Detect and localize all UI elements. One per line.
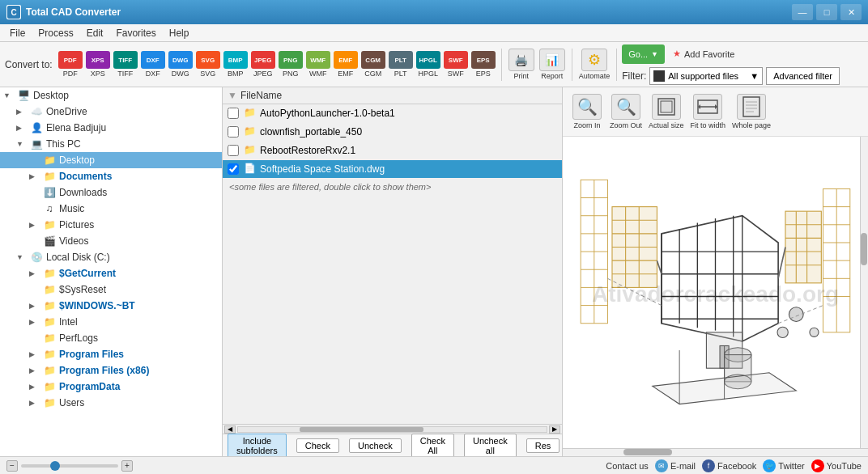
tree-item-sysreset[interactable]: 📁 $SysReset: [0, 281, 222, 298]
maximize-button[interactable]: □: [816, 4, 837, 20]
tree-item-pictures[interactable]: ▶ 📁 Pictures: [0, 217, 222, 233]
youtube-link[interactable]: ▶ YouTube: [811, 459, 862, 472]
tree-item-programfiles[interactable]: ▶ 📁 Program Files: [0, 346, 222, 362]
format-cgm[interactable]: CGM CGM: [360, 51, 386, 78]
print-button[interactable]: 🖨️ Print: [507, 47, 536, 82]
tree-item-documents[interactable]: ▶ 📁 Documents: [0, 168, 222, 184]
file-checkbox[interactable]: [228, 163, 239, 175]
scroll-left-button[interactable]: ◀: [224, 425, 236, 434]
go-button[interactable]: Go... ▼: [622, 44, 665, 64]
tree-item-downloads[interactable]: ⬇️ Downloads: [0, 184, 222, 201]
preview-scroll-thumb-h[interactable]: [623, 449, 672, 455]
format-bmp[interactable]: BMP BMP: [223, 51, 249, 78]
check-all-button[interactable]: Check All: [411, 434, 454, 457]
tree-label: Users: [59, 397, 84, 408]
format-dxf[interactable]: DXF DXF: [140, 51, 166, 78]
format-jpeg[interactable]: JPEG JPEG: [250, 51, 276, 78]
file-list-panel[interactable]: ▼ FileName 📁 AutoPythonLauncher-1.0-beta…: [223, 87, 563, 456]
zoom-decrease-button[interactable]: −: [6, 460, 18, 472]
tree-item-programfiles86[interactable]: ▶ 📁 Program Files (x86): [0, 362, 222, 379]
res-button[interactable]: Res: [526, 438, 560, 453]
file-row[interactable]: 📁 AutoPythonLauncher-1.0-beta1: [223, 104, 562, 123]
format-svg[interactable]: SVG SVG: [195, 51, 221, 78]
tree-item-intel[interactable]: ▶ 📁 Intel: [0, 314, 222, 330]
statusbar: − + Contact us ✉ E-mail f Facebook 🐦 Twi…: [0, 456, 868, 474]
whole-page-button[interactable]: Whole page: [730, 92, 772, 131]
tree-item-localdisk[interactable]: ▼ 💿 Local Disk (C:): [0, 249, 222, 265]
file-checkbox[interactable]: [228, 108, 239, 119]
menu-file[interactable]: File: [3, 26, 32, 40]
preview-vertical-scrollbar[interactable]: [860, 137, 868, 456]
format-dwg[interactable]: DWG DWG: [168, 51, 194, 78]
format-eps[interactable]: EPS EPS: [470, 51, 496, 78]
tree-item-music[interactable]: ♫ Music: [0, 201, 222, 217]
preview-horizontal-scrollbar[interactable]: [563, 448, 868, 456]
file-checkbox[interactable]: [228, 145, 239, 156]
zoom-slider-container: − +: [6, 460, 133, 472]
format-tiff[interactable]: TIFF TIFF: [113, 51, 138, 78]
tree-item-windowsbt[interactable]: ▶ 📁 $WINDOWS.~BT: [0, 298, 222, 314]
uncheck-button[interactable]: Uncheck: [349, 438, 402, 453]
minimize-button[interactable]: —: [792, 4, 813, 20]
scroll-right-button[interactable]: ▶: [549, 425, 560, 434]
window-controls: — □ ✕: [792, 4, 862, 20]
tree-item-desktop-root[interactable]: ▼ 🖥️ Desktop: [0, 87, 222, 104]
tree-item-users[interactable]: ▶ 📁 Users: [0, 395, 222, 411]
email-link[interactable]: ✉ E-mail: [655, 459, 696, 472]
tree-item-getcurrent[interactable]: ▶ 📁 $GetCurrent: [0, 265, 222, 281]
menu-favorites[interactable]: Favorites: [109, 26, 162, 40]
file-tree-panel[interactable]: ▼ 🖥️ Desktop ▶ ☁️ OneDrive ▶ 👤 Elena Bad…: [0, 87, 223, 456]
zoom-increase-button[interactable]: +: [121, 460, 133, 472]
add-favorite-button[interactable]: ★ Add Favorite: [668, 46, 739, 61]
tree-item-elena[interactable]: ▶ 👤 Elena Badjuju: [0, 120, 222, 136]
tree-label: Music: [59, 203, 84, 214]
format-hpgl[interactable]: HPGL HPGL: [415, 51, 441, 78]
menu-help[interactable]: Help: [163, 26, 196, 40]
include-subfolders-button[interactable]: Include subfolders: [228, 434, 287, 457]
check-button[interactable]: Check: [296, 438, 339, 453]
preview-panel: 🔍 Zoom In 🔍 Zoom Out Actual size: [563, 87, 868, 456]
format-plt[interactable]: PLT PLT: [388, 51, 414, 78]
file-row[interactable]: 📁 clownfish_portable_450: [223, 123, 562, 142]
file-checkbox[interactable]: [228, 126, 239, 138]
menu-edit[interactable]: Edit: [80, 26, 110, 40]
horizontal-scrollbar[interactable]: ◀ ▶: [223, 424, 562, 434]
file-name: RebootRestoreRxv2.1: [260, 145, 355, 156]
filter-dropdown[interactable]: All supported files ▼: [649, 67, 763, 85]
file-row[interactable]: 📁 RebootRestoreRxv2.1: [223, 142, 562, 160]
twitter-link[interactable]: 🐦 Twitter: [763, 459, 804, 472]
tree-item-desktop-sub[interactable]: 📁 Desktop: [0, 152, 222, 168]
report-button[interactable]: 📊 Report: [538, 47, 567, 82]
fit-to-width-button[interactable]: Fit to width: [689, 92, 728, 131]
tree-item-thispc[interactable]: ▼ 💻 This PC: [0, 136, 222, 152]
facebook-link[interactable]: f Facebook: [702, 459, 756, 472]
format-swf[interactable]: SWF SWF: [443, 51, 469, 78]
tree-item-perflogs[interactable]: 📁 PerfLogs: [0, 330, 222, 346]
tree-item-programdata[interactable]: ▶ 📁 ProgramData: [0, 379, 222, 395]
actual-size-button[interactable]: Actual size: [647, 92, 686, 131]
format-xps[interactable]: XPS XPS: [85, 51, 111, 78]
preview-scroll-thumb-v[interactable]: [861, 233, 867, 265]
zoom-out-button[interactable]: 🔍 Zoom Out: [608, 92, 644, 131]
tree-item-onedrive[interactable]: ▶ ☁️ OneDrive: [0, 104, 222, 120]
format-wmf[interactable]: WMF WMF: [305, 51, 331, 78]
tree-label: This PC: [46, 138, 81, 150]
advanced-filter-button[interactable]: Advanced filter: [766, 67, 840, 85]
format-png[interactable]: PNG PNG: [278, 51, 304, 78]
scroll-thumb[interactable]: [300, 427, 423, 432]
chevron-down-icon: ▼: [750, 71, 759, 81]
uncheck-all-button[interactable]: Uncheck all: [464, 434, 517, 457]
filename-column-header: FileName: [240, 90, 282, 101]
automate-button[interactable]: ⚙ Automate: [577, 47, 612, 82]
scroll-track[interactable]: [237, 426, 547, 433]
tree-label: ProgramData: [59, 381, 120, 392]
format-pdf[interactable]: PDF PDF: [57, 51, 83, 78]
zoom-in-button[interactable]: 🔍 Zoom In: [569, 92, 605, 131]
file-row-selected[interactable]: 📄 Softpedia Space Station.dwg: [223, 160, 562, 179]
tree-item-videos[interactable]: 🎬 Videos: [0, 233, 222, 249]
close-button[interactable]: ✕: [840, 4, 862, 20]
format-emf[interactable]: EMF EMF: [333, 51, 359, 78]
menu-process[interactable]: Process: [32, 26, 79, 40]
tree-label: Local Disk (C:): [46, 252, 110, 263]
zoom-slider[interactable]: [21, 464, 118, 468]
